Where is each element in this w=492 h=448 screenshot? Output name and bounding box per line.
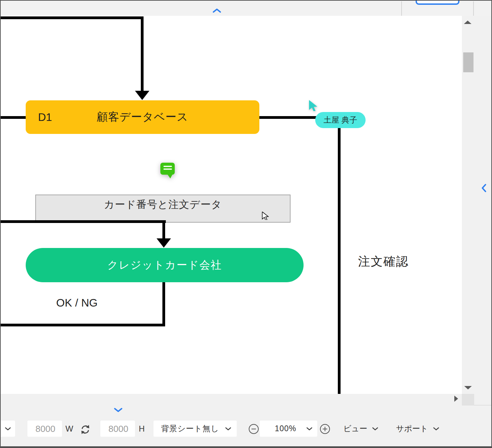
vertical-scrollbar-thumb[interactable] (463, 52, 473, 72)
diagram-editor-window: D1 顧客データベース 土屋 典子 カード番号と注文データ (0, 0, 492, 448)
shape-credit-card-company[interactable]: クレジットカード会社 (26, 248, 304, 282)
canvas-height-input[interactable] (100, 421, 136, 437)
note-card-order-data[interactable]: カード番号と注文データ (35, 195, 291, 223)
chevron-down-icon (372, 427, 378, 431)
zoom-in-button[interactable] (320, 424, 330, 434)
edge-label-order-confirm[interactable]: 注文確認 (358, 253, 409, 270)
connector-line[interactable] (1, 324, 165, 326)
scrollbar-corner-divider (474, 405, 491, 406)
width-unit-label: W (65, 421, 73, 437)
connector-arrowhead (157, 238, 171, 248)
support-menu[interactable]: サポート (396, 421, 439, 437)
collaborator-name-pill: 土屋 典子 (315, 112, 366, 128)
zoom-level-select[interactable]: 100% (260, 421, 317, 437)
support-menu-label: サポート (396, 421, 428, 437)
connector-line[interactable] (162, 282, 165, 325)
collapse-top-panel-chevron-up-icon[interactable] (212, 8, 221, 13)
connector-line[interactable] (162, 220, 165, 239)
collapse-right-panel-chevron-left-icon[interactable] (481, 184, 487, 192)
zoom-out-button[interactable] (248, 424, 259, 434)
chevron-down-icon (433, 427, 439, 431)
toolbar-divider (401, 1, 402, 16)
chevron-down-icon (306, 427, 312, 431)
collapse-bottom-panel-chevron-down-icon[interactable] (114, 408, 123, 412)
collaborator-name: 土屋 典子 (323, 115, 357, 125)
canvas-width-field-wrap (27, 421, 62, 437)
canvas-width-input[interactable] (27, 421, 63, 437)
primary-action-button[interactable] (416, 0, 459, 5)
height-unit-label: H (139, 421, 145, 437)
view-menu-label: ビュー (343, 421, 367, 437)
horizontal-scrollbar[interactable] (1, 394, 462, 406)
connector-line[interactable] (259, 116, 319, 119)
view-menu[interactable]: ビュー (343, 421, 378, 437)
scrollbar-corner (462, 394, 474, 406)
background-sheet-value: 背景シート無し (161, 423, 219, 434)
swap-dimensions-icon[interactable] (80, 424, 91, 435)
connector-line[interactable] (1, 220, 166, 223)
connector-line[interactable] (1, 116, 26, 119)
mouse-pointer-icon (262, 212, 269, 220)
vertical-scrollbar[interactable] (462, 16, 491, 394)
connector-arrowhead (135, 91, 149, 100)
edge-label-ok-ng[interactable]: OK / NG (45, 297, 109, 309)
connector-line[interactable] (141, 16, 144, 91)
sheet-options-dropdown-button[interactable] (1, 421, 15, 437)
scroll-down-arrow-icon[interactable] (464, 386, 472, 389)
scroll-right-arrow-icon[interactable] (454, 396, 458, 402)
diagram-canvas[interactable]: D1 顧客データベース 土屋 典子 カード番号と注文データ (1, 16, 462, 394)
chevron-down-icon (5, 427, 11, 431)
comment-icon[interactable] (160, 161, 175, 179)
chevron-down-icon (225, 427, 231, 431)
terminator-label: クレジットカード会社 (107, 258, 222, 272)
scroll-up-arrow-icon[interactable] (464, 21, 471, 24)
datastore-label: 顧客データベース (97, 110, 188, 125)
shape-customer-database[interactable]: D1 顧客データベース (26, 100, 259, 134)
toolbar-divider (473, 1, 474, 16)
connector-line[interactable] (338, 128, 341, 394)
collaborator-cursor-icon (308, 100, 319, 111)
canvas-height-field-wrap (100, 421, 135, 437)
zoom-level-value: 100% (275, 424, 296, 433)
background-sheet-select[interactable]: 背景シート無し (153, 421, 237, 437)
datastore-id-label: D1 (38, 100, 52, 134)
connector-line[interactable] (1, 16, 144, 19)
note-label: カード番号と注文データ (36, 195, 290, 212)
